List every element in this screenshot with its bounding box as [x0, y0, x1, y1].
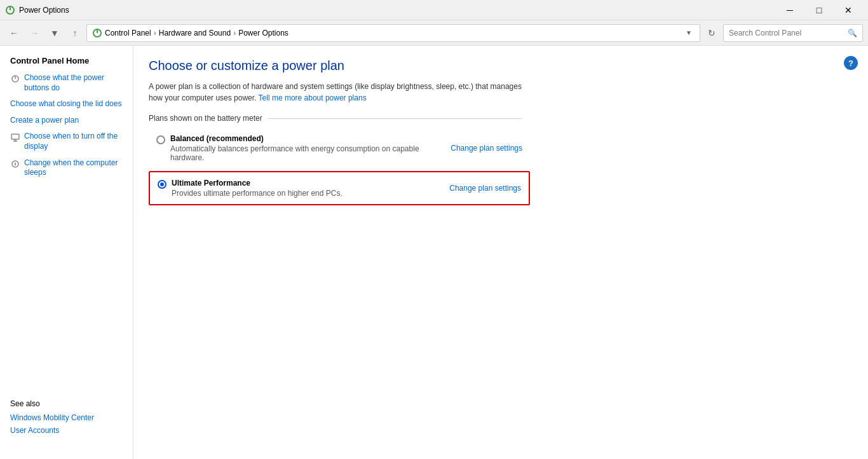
breadcrumb-hardware[interactable]: Hardware and Sound — [159, 29, 231, 38]
content-area: Choose or customize a power plan A power… — [133, 46, 868, 459]
breadcrumb-sep-1: › — [154, 29, 156, 38]
close-button[interactable]: ✕ — [834, 0, 863, 20]
search-input[interactable] — [729, 29, 845, 38]
dropdown-button[interactable]: ▼ — [46, 24, 64, 42]
window-title: Power Options — [19, 6, 69, 15]
sidebar-item-closing-lid[interactable]: Choose what closing the lid does — [10, 99, 123, 109]
plan-balanced-info: Balanced (recommended) Automatically bal… — [170, 134, 451, 162]
breadcrumb-control-panel[interactable]: Control Panel — [105, 29, 151, 38]
plan-balanced-desc: Automatically balances performance with … — [170, 144, 451, 162]
plan-ultimate-settings[interactable]: Change plan settings — [449, 184, 521, 193]
plan-balanced-left: Balanced (recommended) Automatically bal… — [156, 134, 451, 162]
plan-ultimate-name: Ultimate Performance — [172, 179, 342, 188]
sidebar-link-text: Choose what closing the lid does — [10, 99, 121, 109]
plans-divider — [268, 118, 522, 119]
plan-ultimate-info: Ultimate Performance Provides ultimate p… — [172, 179, 342, 198]
sidebar-user-accounts[interactable]: User Accounts — [10, 426, 123, 435]
help-button[interactable]: ? — [844, 56, 858, 70]
see-also-label: See also — [10, 399, 123, 408]
titlebar-left: Power Options — [5, 5, 69, 15]
sidebar-title: Control Panel Home — [10, 56, 123, 65]
minimize-button[interactable]: ─ — [775, 0, 804, 20]
app-icon — [5, 5, 15, 15]
maximize-button[interactable]: □ — [804, 0, 834, 20]
refresh-button[interactable]: ↻ — [703, 24, 721, 42]
sleep-icon — [10, 159, 20, 169]
back-button[interactable]: ← — [5, 24, 23, 42]
plan-balanced-radio[interactable] — [156, 135, 165, 144]
sidebar: Control Panel Home Choose what the power… — [0, 46, 133, 459]
sidebar-item-create-plan[interactable]: Create a power plan — [10, 116, 123, 126]
page-title: Choose or customize a power plan — [149, 58, 853, 73]
sidebar-mobility-center[interactable]: Windows Mobility Center — [10, 413, 123, 422]
sidebar-link-text: Choose when to turn off the display — [24, 132, 123, 151]
svg-rect-6 — [11, 134, 19, 139]
display-icon — [10, 132, 20, 142]
address-icon — [92, 28, 102, 38]
sidebar-link-text: Choose what the power buttons do — [24, 73, 123, 93]
plan-balanced-settings[interactable]: Change plan settings — [451, 144, 522, 153]
titlebar: Power Options ─ □ ✕ — [0, 0, 868, 20]
breadcrumb-power-options: Power Options — [238, 29, 288, 38]
address-bar: Control Panel › Hardware and Sound › Pow… — [86, 24, 700, 42]
sidebar-bottom: See also Windows Mobility Center User Ac… — [0, 389, 133, 449]
sidebar-link-text: Change when the computer sleeps — [24, 158, 123, 178]
intro-link[interactable]: Tell me more about power plans — [259, 93, 367, 102]
breadcrumb: Control Panel › Hardware and Sound › Pow… — [105, 29, 681, 38]
sidebar-item-power-buttons[interactable]: Choose what the power buttons do — [10, 73, 123, 93]
main-layout: Control Panel Home Choose what the power… — [0, 46, 868, 459]
plan-ultimate-desc: Provides ultimate performance on higher … — [172, 189, 342, 198]
up-button[interactable]: ↑ — [66, 24, 84, 42]
power-buttons-icon — [10, 74, 20, 84]
plan-balanced-name: Balanced (recommended) — [170, 134, 451, 143]
plan-ultimate-radio[interactable] — [158, 180, 166, 189]
navbar: ← → ▼ ↑ Control Panel › Hardware and Sou… — [0, 20, 868, 46]
plan-balanced: Balanced (recommended) Automatically bal… — [149, 128, 530, 168]
intro-text: A power plan is a collection of hardware… — [149, 81, 530, 104]
address-dropdown-button[interactable]: ▼ — [683, 29, 695, 36]
sidebar-item-computer-sleeps[interactable]: Change when the computer sleeps — [10, 158, 123, 178]
breadcrumb-sep-2: › — [233, 29, 236, 38]
sidebar-link-text: Create a power plan — [10, 116, 79, 126]
forward-button[interactable]: → — [25, 24, 43, 42]
search-icon: 🔍 — [848, 29, 857, 38]
sidebar-item-turn-off-display[interactable]: Choose when to turn off the display — [10, 132, 123, 151]
window-controls: ─ □ ✕ — [775, 0, 863, 20]
plan-ultimate: Ultimate Performance Provides ultimate p… — [149, 171, 530, 205]
plan-ultimate-left: Ultimate Performance Provides ultimate p… — [158, 179, 342, 198]
sidebar-top: Control Panel Home Choose what the power… — [0, 56, 133, 184]
search-box: 🔍 — [723, 24, 863, 42]
plans-label: Plans shown on the battery meter — [149, 114, 853, 123]
